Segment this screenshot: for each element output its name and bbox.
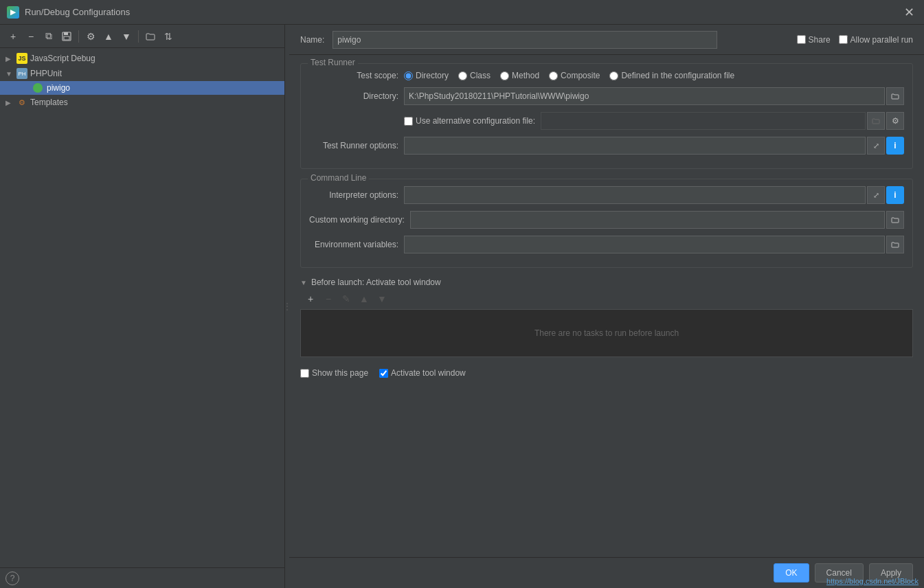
activate-tool-window-checkbox[interactable] <box>379 369 388 378</box>
working-dir-input-group <box>410 211 904 229</box>
directory-value: K:\PhpStudy20180211\PHPTutorial\WWW\piwi… <box>404 87 885 105</box>
tree-item-phpunit[interactable]: ▼ PH PHPUnit <box>0 66 284 81</box>
activate-tool-window-checkbox-label[interactable]: Activate tool window <box>379 368 466 378</box>
scope-class-radio[interactable] <box>458 71 467 80</box>
scope-class-option[interactable]: Class <box>458 71 491 80</box>
share-checkbox-label[interactable]: Share <box>797 35 831 45</box>
move-up-button[interactable]: ▲ <box>101 29 116 44</box>
expand-interpreter-button[interactable]: ⤢ <box>867 186 885 204</box>
ok-button[interactable]: OK <box>774 563 809 583</box>
alt-config-input-group: ⚙ <box>541 112 904 130</box>
scope-method-radio[interactable] <box>500 71 509 80</box>
interpreter-options-info-button[interactable]: i <box>886 186 904 204</box>
name-input[interactable] <box>333 31 717 49</box>
scope-directory-option[interactable]: Directory <box>404 71 449 80</box>
test-scope-label: Test scope: <box>309 71 398 80</box>
bl-up-button[interactable]: ▲ <box>357 291 372 306</box>
scope-defined-radio[interactable] <box>609 71 618 80</box>
test-runner-options-row: Test Runner options: ⤢ i <box>309 137 904 155</box>
app-icon: ▶ <box>7 6 19 19</box>
allow-parallel-checkbox-label[interactable]: Allow parallel run <box>839 35 913 45</box>
env-vars-label: Environment variables: <box>309 240 398 249</box>
scope-method-option[interactable]: Method <box>500 71 539 80</box>
templates-icon: ⚙ <box>16 97 27 108</box>
directory-label: Directory: <box>309 91 398 101</box>
expand-test-runner-options-button[interactable]: ⤢ <box>867 137 885 155</box>
test-runner-options-input[interactable] <box>404 137 866 155</box>
config-body: Test Runner Test scope: Directory Class <box>289 55 924 557</box>
bl-remove-button[interactable]: − <box>321 291 336 306</box>
close-button[interactable]: ✕ <box>901 6 917 19</box>
share-checkbox[interactable] <box>797 35 806 44</box>
alt-config-checkbox[interactable] <box>404 117 413 126</box>
js-debug-label: JavaScript Debug <box>30 54 95 63</box>
copy-config-button[interactable]: ⧉ <box>41 29 56 44</box>
test-scope-radio-group: Directory Class Method Composite <box>404 71 904 80</box>
tree-item-piwigo[interactable]: ▶ piwigo <box>0 81 284 95</box>
title-bar-left: ▶ Run/Debug Configurations <box>7 6 130 19</box>
before-launch-header[interactable]: ▼ Before launch: Activate tool window <box>300 278 913 287</box>
env-vars-browse-button[interactable] <box>886 236 904 253</box>
directory-row: Directory: K:\PhpStudy20180211\PHPTutori… <box>309 87 904 105</box>
alt-config-input[interactable] <box>541 112 866 130</box>
settings-button[interactable]: ⚙ <box>83 29 98 44</box>
test-scope-row: Test scope: Directory Class Method <box>309 71 904 80</box>
test-runner-options-input-group: ⤢ i <box>404 137 904 155</box>
tree-area: ▶ JS JavaScript Debug ▼ PH PHPUnit ▶ piw… <box>0 48 284 567</box>
tree-item-js-debug[interactable]: ▶ JS JavaScript Debug <box>0 51 284 66</box>
bl-edit-button[interactable]: ✎ <box>339 291 354 306</box>
sort-button[interactable]: ⇅ <box>161 29 176 44</box>
add-config-button[interactable]: + <box>5 29 21 44</box>
help-button[interactable]: ? <box>5 572 19 585</box>
working-dir-input[interactable] <box>410 211 885 229</box>
test-runner-section: Test Runner Test scope: Directory Class <box>300 63 913 169</box>
test-runner-options-info-button[interactable]: i <box>886 137 904 155</box>
command-line-section: Command Line Interpreter options: ⤢ i Cu… <box>300 179 913 268</box>
alt-config-browse-button[interactable] <box>867 112 885 130</box>
scope-defined-option[interactable]: Defined in the configuration file <box>609 71 734 80</box>
working-dir-row: Custom working directory: <box>309 211 904 229</box>
right-panel: Name: Share Allow parallel run Test Runn… <box>289 25 924 588</box>
directory-input-group: K:\PhpStudy20180211\PHPTutorial\WWW\piwi… <box>404 87 904 105</box>
save-config-button[interactable] <box>59 29 74 44</box>
scope-composite-radio[interactable] <box>549 71 558 80</box>
scope-directory-radio[interactable] <box>404 71 413 80</box>
allow-parallel-checkbox[interactable] <box>839 35 848 44</box>
command-line-title: Command Line <box>308 173 369 183</box>
folder-alt-icon <box>872 117 880 124</box>
folder-button[interactable] <box>143 29 158 44</box>
interpreter-options-label: Interpreter options: <box>309 190 398 200</box>
toolbar-separator <box>78 30 79 43</box>
tasks-empty-message: There are no tasks to run before launch <box>534 328 679 338</box>
env-vars-input[interactable] <box>404 236 885 253</box>
tasks-empty-area: There are no tasks to run before launch <box>300 309 913 357</box>
phpunit-label: PHPUnit <box>30 69 62 78</box>
alt-config-gear-button[interactable]: ⚙ <box>886 112 904 130</box>
move-down-button[interactable]: ▼ <box>119 29 134 44</box>
interpreter-options-row: Interpreter options: ⤢ i <box>309 186 904 204</box>
bottom-options: Show this page Activate tool window <box>300 364 913 382</box>
alt-config-checkbox-label[interactable]: Use alternative configuration file: <box>404 116 535 126</box>
directory-browse-button[interactable] <box>886 87 904 105</box>
working-dir-label: Custom working directory: <box>309 215 405 225</box>
save-icon <box>62 32 71 41</box>
interpreter-options-input-group: ⤢ i <box>404 186 904 204</box>
remove-config-button[interactable]: − <box>23 29 38 44</box>
before-launch-section: ▼ Before launch: Activate tool window + … <box>300 278 913 382</box>
before-launch-toolbar: + − ✎ ▲ ▼ <box>300 291 913 306</box>
working-dir-browse-button[interactable] <box>886 211 904 229</box>
scope-composite-option[interactable]: Composite <box>549 71 600 80</box>
before-launch-collapse-arrow: ▼ <box>300 279 307 286</box>
bl-down-button[interactable]: ▼ <box>374 291 390 306</box>
show-page-checkbox-label[interactable]: Show this page <box>300 368 368 378</box>
test-runner-options-label: Test Runner options: <box>309 141 398 150</box>
bl-add-button[interactable]: + <box>303 291 318 306</box>
watermark: https://blog.csdn.net/JBlock <box>826 577 919 585</box>
interpreter-options-input[interactable] <box>404 186 866 204</box>
phpunit-icon: PH <box>16 68 27 79</box>
tree-item-templates[interactable]: ▶ ⚙ Templates <box>0 95 284 110</box>
show-page-checkbox[interactable] <box>300 369 309 378</box>
js-debug-icon: JS <box>16 53 27 64</box>
test-runner-title: Test Runner <box>308 58 358 67</box>
before-launch-label: Before launch: Activate tool window <box>311 278 441 287</box>
